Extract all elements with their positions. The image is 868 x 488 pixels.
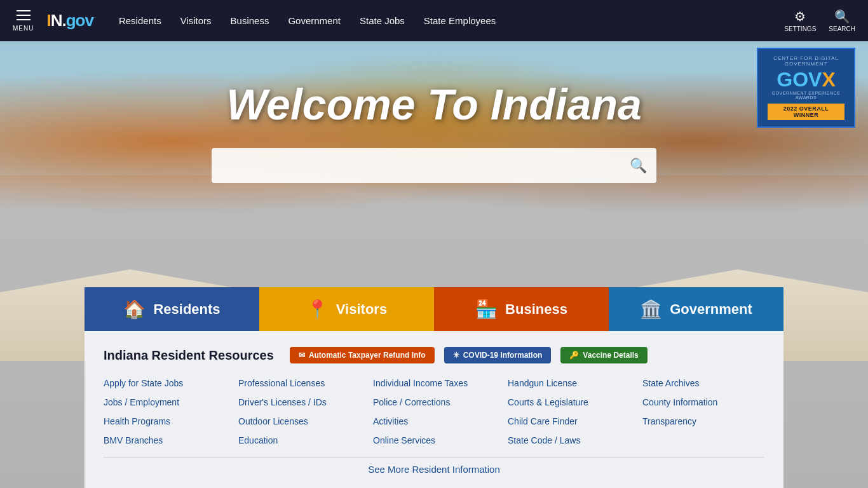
govx-winner-text: 2022 OVERALL WINNER (768, 104, 844, 120)
nav-stateemployees[interactable]: State Employees (424, 15, 496, 26)
link-activities[interactable]: Activities (373, 414, 495, 428)
link-outdoor-licenses[interactable]: Outdoor Licenses (238, 414, 360, 428)
link-empty (642, 433, 764, 447)
tab-business-label: Business (505, 301, 567, 318)
tab-residents[interactable]: 🏠 Residents (85, 287, 259, 331)
link-health-programs[interactable]: Health Programs (104, 414, 226, 428)
hamburger-line-3 (17, 19, 31, 20)
link-bmv-branches[interactable]: BMV Branches (104, 433, 226, 447)
panel-title: Indiana Resident Resources (104, 348, 274, 363)
badge-covid[interactable]: ✳ COVID-19 Information (444, 347, 552, 363)
link-apply-state-jobs[interactable]: Apply for State Jobs (104, 376, 226, 390)
link-online-services[interactable]: Online Services (373, 433, 495, 447)
see-more-section: See More Resident Information (104, 457, 764, 475)
link-individual-income-taxes[interactable]: Individual Income Taxes (373, 376, 495, 390)
govx-logo: GOVX (768, 69, 844, 90)
link-professional-licenses[interactable]: Professional Licenses (238, 376, 360, 390)
badge-vaccine[interactable]: 🔑 Vaccine Details (560, 347, 647, 363)
link-drivers-licenses[interactable]: Driver's Licenses / IDs (238, 395, 360, 409)
link-education[interactable]: Education (238, 433, 360, 447)
tab-business[interactable]: 🏪 Business (434, 287, 609, 331)
main-nav: Residents Visitors Business Government S… (119, 15, 784, 26)
badge-taxpayer[interactable]: ✉ Automatic Taxpayer Refund Info (290, 347, 435, 363)
vaccine-icon: 🔑 (569, 351, 579, 360)
taxpayer-label: Automatic Taxpayer Refund Info (309, 351, 426, 360)
govx-sub-text: GOVERNMENT EXPERIENCE AWARDS (768, 91, 844, 100)
link-state-archives[interactable]: State Archives (642, 376, 764, 390)
link-county-information[interactable]: County Information (642, 395, 764, 409)
hero-content: Welcome To Indiana 🔍 (0, 41, 868, 183)
nav-statejobs[interactable]: State Jobs (360, 15, 405, 26)
tab-visitors[interactable]: 📍 Visitors (259, 287, 434, 331)
site-logo[interactable]: IN.gov (46, 11, 93, 30)
link-police-corrections[interactable]: Police / Corrections (373, 395, 495, 409)
link-jobs-employment[interactable]: Jobs / Employment (104, 395, 226, 409)
taxpayer-icon: ✉ (299, 351, 305, 360)
hero-search-input[interactable] (221, 160, 623, 172)
govx-badge[interactable]: CENTER FOR DIGITAL GOVERNMENT GOVX GOVER… (757, 48, 855, 128)
link-state-code-laws[interactable]: State Code / Laws (508, 433, 630, 447)
covid-icon: ✳ (453, 351, 459, 360)
header: MENU IN.gov Residents Visitors Business … (0, 0, 868, 41)
resources-grid: Apply for State Jobs Professional Licens… (104, 376, 764, 447)
see-more-link[interactable]: See More Resident Information (368, 464, 500, 475)
tab-government[interactable]: 🏛️ Government (609, 287, 783, 331)
search-label: SEARCH (829, 25, 855, 32)
hero-title: Welcome To Indiana (226, 79, 642, 129)
visitors-icon: 📍 (306, 299, 329, 320)
link-courts-legislature[interactable]: Courts & Legislature (508, 395, 630, 409)
search-icon: 🔍 (834, 9, 850, 24)
link-handgun-license[interactable]: Handgun License (508, 376, 630, 390)
hero-section: CENTER FOR DIGITAL GOVERNMENT GOVX GOVER… (0, 41, 868, 488)
business-icon: 🏪 (475, 299, 498, 320)
government-icon: 🏛️ (640, 299, 662, 320)
content-panel: Indiana Resident Resources ✉ Automatic T… (85, 331, 783, 488)
nav-government[interactable]: Government (288, 15, 341, 26)
covid-label: COVID-19 Information (463, 351, 543, 360)
settings-icon: ⚙ (794, 9, 806, 24)
hamburger-line-1 (17, 10, 31, 11)
main-content-wrapper: 🏠 Residents 📍 Visitors 🏪 Business 🏛️ Gov… (85, 287, 783, 488)
hero-search-icon[interactable]: 🔍 (630, 158, 647, 174)
nav-business[interactable]: Business (231, 15, 269, 26)
residents-icon: 🏠 (123, 299, 146, 320)
menu-label: MENU (13, 25, 34, 32)
tab-residents-label: Residents (153, 301, 220, 318)
settings-button[interactable]: ⚙ SETTINGS (784, 9, 816, 32)
category-tabs: 🏠 Residents 📍 Visitors 🏪 Business 🏛️ Gov… (85, 287, 783, 331)
link-transparency[interactable]: Transparency (642, 414, 764, 428)
tab-government-label: Government (670, 301, 752, 318)
menu-button[interactable]: MENU (13, 10, 34, 32)
logo-text: IN.gov (46, 11, 93, 30)
header-actions: ⚙ SETTINGS 🔍 SEARCH (784, 9, 855, 32)
link-child-care-finder[interactable]: Child Care Finder (508, 414, 630, 428)
govx-top-text: CENTER FOR DIGITAL GOVERNMENT (768, 55, 844, 67)
nav-visitors[interactable]: Visitors (180, 15, 212, 26)
settings-label: SETTINGS (784, 25, 816, 32)
content-header: Indiana Resident Resources ✉ Automatic T… (104, 347, 764, 363)
hamburger-line-2 (17, 15, 31, 16)
search-button[interactable]: 🔍 SEARCH (829, 9, 855, 32)
hero-search-bar: 🔍 (212, 148, 656, 183)
tab-visitors-label: Visitors (336, 301, 387, 318)
vaccine-label: Vaccine Details (583, 351, 638, 360)
nav-residents[interactable]: Residents (119, 15, 161, 26)
